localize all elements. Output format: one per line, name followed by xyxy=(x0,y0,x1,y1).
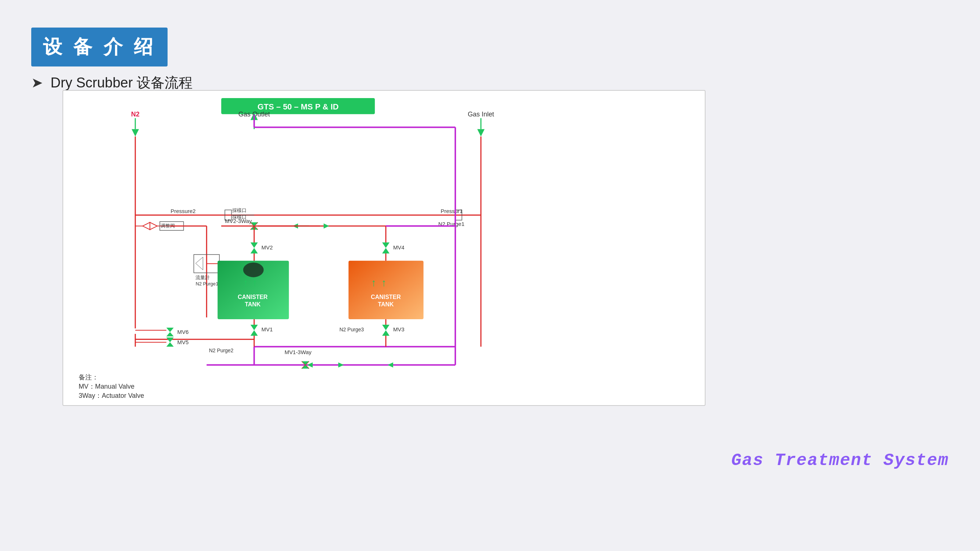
n2-purge3-label: N2 Purge3 xyxy=(339,327,364,332)
svg-text:TANK: TANK xyxy=(245,301,261,308)
header-title: 设 备 介 绍 xyxy=(43,36,156,57)
subtitle-label: Dry Scrubber 设备流程 xyxy=(51,75,192,91)
mv2-3way-label: MV2-3Way xyxy=(225,218,252,224)
subtitle-arrow: ➤ xyxy=(31,75,43,91)
mv4-label: MV4 xyxy=(393,244,404,251)
note-label: 备注： xyxy=(79,373,99,381)
diagram-svg: GTS – 50 – MS P & ID N2 Gas Outlet Gas I… xyxy=(63,91,705,405)
canister-tank-2-label: CANISTER xyxy=(371,294,401,300)
brand-text: Gas Treatment System xyxy=(731,451,949,470)
svg-text:↑: ↑ xyxy=(382,277,387,289)
mv6-label: MV6 xyxy=(178,329,189,335)
flow-meter-label: 流量計 xyxy=(196,275,210,280)
mv5-label: MV5 xyxy=(178,339,189,345)
diagram-title: GTS – 50 – MS P & ID xyxy=(258,102,339,111)
svg-text:↑: ↑ xyxy=(243,277,248,289)
mv1-label: MV1 xyxy=(262,326,273,332)
n2-purge1-bottom-label: N2 Purge1 xyxy=(196,281,218,286)
gas-treatment-label: Gas Treatment System xyxy=(731,451,949,470)
svg-text:↑: ↑ xyxy=(371,277,376,289)
mv3-label: MV3 xyxy=(393,326,404,332)
svg-rect-79 xyxy=(348,261,423,319)
subtitle: ➤ Dry Scrubber 设备流程 xyxy=(31,73,192,92)
n2-purge2-label: N2 Purge2 xyxy=(209,348,234,353)
sample-port1-label: 採樣口 xyxy=(232,208,247,213)
header-box: 设 备 介 绍 xyxy=(31,27,167,67)
canister-tank-1-label: CANISTER xyxy=(238,294,268,300)
pressure2-label: Pressure2 xyxy=(170,208,196,214)
svg-rect-0 xyxy=(64,91,704,405)
pressure1-label: Pressur1 xyxy=(441,208,463,214)
svg-text:↑: ↑ xyxy=(253,277,258,289)
svg-point-75 xyxy=(243,263,264,277)
mv-manual-label: MV：Manual Valve xyxy=(79,383,135,390)
mv2-label: MV2 xyxy=(262,244,273,251)
mv1-3way-label: MV1-3Way xyxy=(285,349,312,355)
threeway-actuator-label: 3Way：Actuator Valve xyxy=(79,392,144,399)
gas-inlet-label: Gas Inlet xyxy=(468,111,494,118)
svg-text:TANK: TANK xyxy=(378,301,394,308)
diagram-container: GTS – 50 – MS P & ID N2 Gas Outlet Gas I… xyxy=(62,90,705,406)
n2-label: N2 xyxy=(131,111,140,118)
